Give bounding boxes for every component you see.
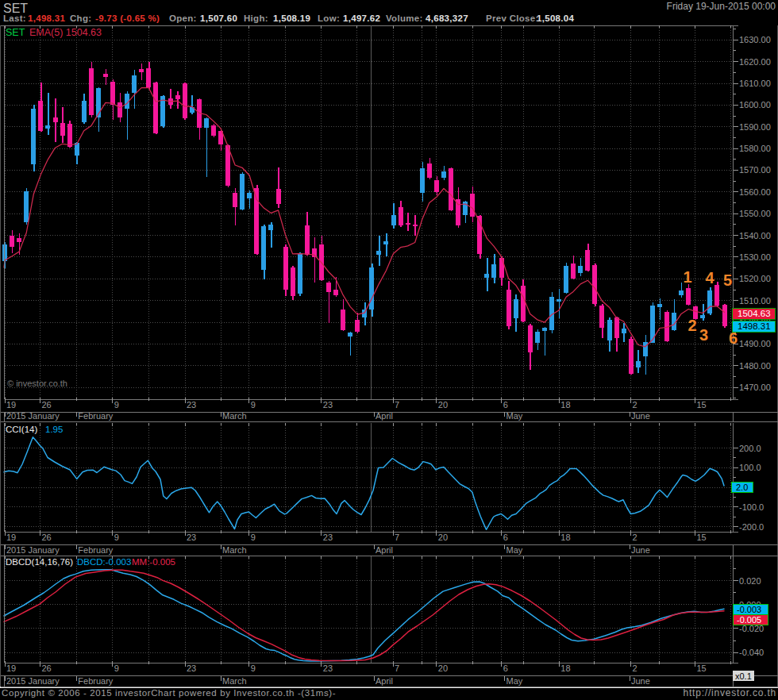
svg-text:1550.00: 1550.00: [739, 209, 771, 218]
svg-text:-0.040: -0.040: [739, 648, 764, 657]
svg-text:Friday 19-Jun-2015 00:00: Friday 19-Jun-2015 00:00: [667, 1, 776, 12]
svg-text:1560.00: 1560.00: [739, 187, 771, 197]
svg-text:March: March: [222, 676, 247, 686]
svg-text:1610.00: 1610.00: [739, 79, 771, 88]
svg-text:DBCD(14,16,76): DBCD(14,16,76): [6, 557, 73, 567]
svg-text:15: 15: [697, 533, 707, 542]
svg-text:May: May: [506, 545, 523, 555]
svg-text:20: 20: [438, 400, 448, 410]
svg-text:Last:: Last:: [3, 13, 26, 23]
svg-text:5: 5: [723, 271, 732, 289]
svg-text:100.0: 100.0: [739, 463, 761, 472]
svg-text:2015 January: 2015 January: [6, 676, 60, 686]
svg-text:February: February: [78, 411, 114, 421]
svg-text:1620.00: 1620.00: [739, 57, 771, 67]
svg-text:1.95: 1.95: [45, 425, 63, 434]
svg-text:-9.73 (-0.65 %): -9.73 (-0.65 %): [95, 13, 160, 23]
svg-text:1498.31: 1498.31: [738, 321, 771, 331]
svg-text:-0.003: -0.003: [737, 605, 761, 614]
svg-text:0.020: 0.020: [739, 576, 761, 586]
svg-text:x0.1: x0.1: [735, 671, 752, 681]
svg-text:-200.0: -200.0: [739, 522, 764, 532]
svg-text:1,508.04: 1,508.04: [537, 13, 574, 23]
svg-text:2: 2: [633, 663, 637, 673]
svg-text:9: 9: [114, 663, 119, 673]
svg-text:23: 23: [187, 400, 196, 410]
svg-text:Volume:: Volume:: [386, 13, 423, 23]
svg-text:1540.00: 1540.00: [739, 231, 771, 240]
svg-text:1530.00: 1530.00: [739, 252, 771, 262]
svg-text:March: March: [222, 411, 247, 421]
svg-text:4,683,327: 4,683,327: [426, 13, 468, 23]
svg-text:1510.00: 1510.00: [739, 296, 771, 306]
svg-text:Copyright © 2006 - 2015 invest: Copyright © 2006 - 2015 investorChart po…: [2, 688, 336, 698]
svg-text:May: May: [506, 676, 523, 686]
svg-text:200.0: 200.0: [739, 444, 761, 453]
svg-text:1570.00: 1570.00: [739, 165, 771, 175]
svg-text:1504.63: 1504.63: [738, 309, 771, 318]
svg-text:18: 18: [560, 663, 570, 673]
svg-text:Open:: Open:: [169, 13, 197, 23]
svg-text:1590.00: 1590.00: [739, 122, 771, 132]
svg-text:High:: High:: [244, 13, 268, 23]
svg-text:2: 2: [633, 533, 637, 542]
svg-text:26: 26: [42, 533, 52, 542]
svg-text:Low:: Low:: [318, 13, 340, 23]
svg-text:1: 1: [683, 268, 691, 286]
svg-text:9: 9: [251, 663, 256, 673]
svg-text:1,498.31: 1,498.31: [28, 13, 65, 23]
svg-text:-0.005: -0.005: [737, 615, 761, 625]
svg-text:20: 20: [438, 663, 448, 673]
svg-text:© investor.co.th: © investor.co.th: [7, 379, 67, 388]
svg-text:23: 23: [323, 663, 333, 673]
svg-text:26: 26: [42, 400, 52, 410]
svg-text:1600.00: 1600.00: [739, 100, 771, 110]
svg-text:2: 2: [633, 400, 637, 410]
svg-text:February: February: [78, 545, 114, 555]
svg-text:18: 18: [560, 400, 570, 410]
svg-text:23: 23: [187, 663, 196, 673]
svg-text:1470.00: 1470.00: [739, 383, 771, 392]
svg-text:3: 3: [699, 326, 708, 344]
svg-text:June: June: [631, 545, 650, 555]
svg-text:March: March: [222, 545, 247, 555]
svg-text:CCI(14): CCI(14): [6, 425, 37, 434]
svg-text:19: 19: [6, 663, 16, 673]
svg-text:15: 15: [697, 663, 707, 673]
svg-text:23: 23: [323, 400, 333, 410]
svg-text:April: April: [376, 545, 393, 555]
svg-text:Chg:: Chg:: [70, 13, 91, 23]
svg-text:19: 19: [6, 400, 16, 410]
svg-text:1520.00: 1520.00: [739, 274, 771, 283]
svg-text:http://investor.co.th: http://investor.co.th: [683, 687, 776, 698]
svg-text:7: 7: [395, 663, 399, 673]
svg-text:1480.00: 1480.00: [739, 361, 771, 371]
svg-text:9: 9: [114, 533, 119, 542]
svg-text:2: 2: [687, 317, 696, 334]
svg-text:26: 26: [42, 663, 52, 673]
svg-text:6: 6: [503, 400, 508, 410]
svg-text:2015 January: 2015 January: [6, 411, 60, 421]
svg-text:23: 23: [187, 533, 196, 542]
svg-text:2.0: 2.0: [736, 483, 748, 492]
svg-text:SET: SET: [6, 27, 25, 38]
svg-text:18: 18: [560, 533, 570, 542]
svg-text:2015 January: 2015 January: [6, 545, 60, 555]
svg-text:6: 6: [729, 329, 738, 347]
svg-text:February: February: [78, 676, 114, 686]
svg-text:6: 6: [503, 533, 508, 542]
svg-text:EMA(5) 1504.63: EMA(5) 1504.63: [29, 27, 102, 38]
svg-text:June: June: [631, 411, 650, 421]
svg-text:9: 9: [114, 400, 119, 410]
svg-text:April: April: [376, 676, 393, 686]
svg-text:1,507.60: 1,507.60: [200, 13, 237, 23]
svg-text:20: 20: [438, 533, 448, 542]
svg-text:June: June: [631, 676, 650, 686]
svg-text:7: 7: [395, 400, 399, 410]
svg-text:MM:-0.005: MM:-0.005: [132, 557, 175, 567]
svg-text:15: 15: [697, 400, 707, 410]
svg-text:6: 6: [503, 663, 508, 673]
svg-text:DBCD:-0.003: DBCD:-0.003: [77, 557, 131, 567]
svg-text:1580.00: 1580.00: [739, 144, 771, 153]
svg-text:9: 9: [251, 533, 256, 542]
